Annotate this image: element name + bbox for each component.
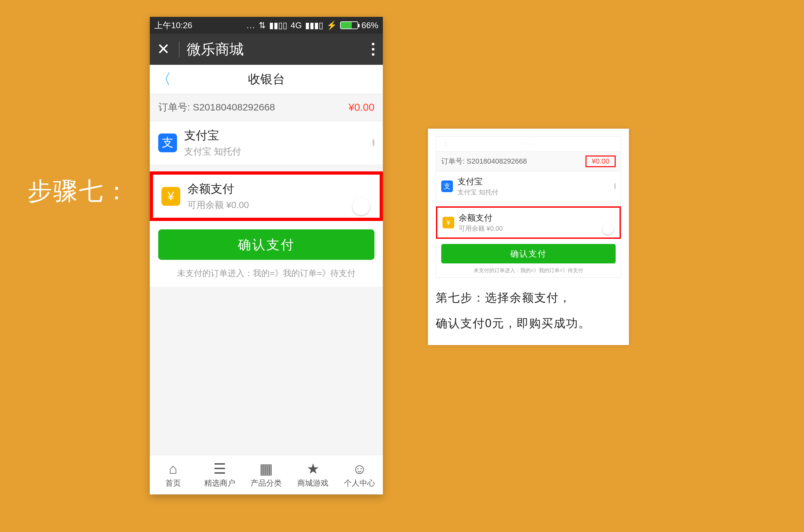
status-bar: 上午10:26 ... ⇅ ▮▮▯▯ 4G ▮▮▮▯ ⚡ 66% <box>150 17 383 34</box>
inset-alipay-radio <box>614 183 616 190</box>
phone-frame: 上午10:26 ... ⇅ ▮▮▯▯ 4G ▮▮▮▯ ⚡ 66% ✕ 微乐商城 … <box>150 17 383 494</box>
battery-pct: 66% <box>362 20 378 31</box>
tab-label: 精选商户 <box>204 478 235 488</box>
order-price: ¥0.00 <box>348 101 374 113</box>
more-icon[interactable] <box>367 43 379 56</box>
tab-home[interactable]: ⌂ 首页 <box>150 455 197 494</box>
step-label: 步骤七： <box>28 175 130 208</box>
signal-dots-icon: ... <box>247 20 256 31</box>
confirm-pay-button[interactable]: 确认支付 <box>158 229 374 260</box>
charging-icon: ⚡ <box>327 20 337 31</box>
highlight-box-balance: ¥ 余额支付 可用余额 ¥0.00 <box>150 171 383 221</box>
star-icon: ★ <box>307 462 319 476</box>
back-icon[interactable]: 〈 <box>150 69 178 90</box>
inset-alipay-title: 支付宝 <box>457 176 498 187</box>
person-icon: ☺ <box>352 462 367 476</box>
inset-alipay-sub: 支付宝 知托付 <box>457 188 498 197</box>
tab-label: 个人中心 <box>344 478 375 488</box>
home-icon: ⌂ <box>169 462 178 476</box>
body-filler <box>150 287 383 455</box>
page-header: 〈 收银台 <box>150 65 383 94</box>
inset-order-row: 订单号: S20180408292668 ¥0.00 <box>436 152 621 171</box>
payment-option-balance[interactable]: ¥ 余额支付 可用余额 ¥0.00 <box>153 175 380 218</box>
inset-balance-title: 余额支付 <box>459 212 503 224</box>
grid-icon: ▦ <box>259 462 273 476</box>
updown-icon: ⇅ <box>259 20 266 31</box>
inset-caption-line2: 确认支付0元，即购买成功。 <box>436 310 621 336</box>
balance-icon: ¥ <box>162 187 180 206</box>
tab-profile[interactable]: ☺ 个人中心 <box>336 455 383 494</box>
order-row: 订单号: S20180408292668 ¥0.00 <box>150 94 383 121</box>
status-icons: ... ⇅ ▮▮▯▯ 4G ▮▮▮▯ ⚡ 66% <box>247 20 378 31</box>
battery-icon <box>340 21 358 29</box>
app-title: 微乐商城 <box>187 40 367 59</box>
inset-balance-icon: ¥ <box>442 217 454 228</box>
inset-phone: 〈 · · · · · 订单号: S20180408292668 ¥0.00 支… <box>436 136 621 278</box>
tab-label: 首页 <box>165 478 181 488</box>
inset-header: 〈 · · · · · <box>436 137 621 152</box>
network-label: 4G <box>291 20 302 31</box>
tab-bar: ⌂ 首页 ☰ 精选商户 ▦ 产品分类 ★ 商城游戏 ☺ 个人中心 <box>150 455 383 494</box>
inset-confirm-button: 确认支付 <box>441 244 616 263</box>
inset-caption-line1: 第七步：选择余额支付， <box>436 285 621 310</box>
tab-label: 商城游戏 <box>297 478 328 488</box>
balance-subtitle: 可用余额 ¥0.00 <box>187 199 249 211</box>
status-time: 上午10:26 <box>154 20 192 31</box>
shop-icon: ☰ <box>213 462 226 476</box>
inset-balance-row: ¥ 余额支付 可用余额 ¥0.00 <box>437 208 620 238</box>
inset-card: 〈 · · · · · 订单号: S20180408292668 ¥0.00 支… <box>428 129 629 345</box>
tip-line: 未支付的订单进入：我的=》我的订单=》待支付 <box>150 260 383 287</box>
tab-merchants[interactable]: ☰ 精选商户 <box>197 455 243 494</box>
tab-category[interactable]: ▦ 产品分类 <box>243 455 290 494</box>
tab-label: 产品分类 <box>251 478 282 488</box>
signal-bars-icon: ▮▮▯▯ <box>269 20 287 31</box>
alipay-icon: 支 <box>158 133 177 152</box>
inset-balance-sub: 可用余额 ¥0.00 <box>459 224 503 233</box>
alipay-title: 支付宝 <box>184 128 241 144</box>
inset-highlight-box: ¥ 余额支付 可用余额 ¥0.00 <box>436 206 621 239</box>
app-title-bar: ✕ 微乐商城 <box>150 34 383 65</box>
inset-back-icon: 〈 <box>440 139 448 149</box>
page-title: 收银台 <box>150 71 383 88</box>
tab-games[interactable]: ★ 商城游戏 <box>290 455 336 494</box>
payment-option-alipay[interactable]: 支 支付宝 支付宝 知托付 <box>150 121 383 164</box>
alipay-subtitle: 支付宝 知托付 <box>184 146 241 158</box>
balance-title: 余额支付 <box>187 181 249 197</box>
inset-alipay-row: 支 支付宝 支付宝 知托付 <box>436 171 621 201</box>
signal-bars2-icon: ▮▮▮▯ <box>305 20 323 31</box>
inset-tip: 未支付的订单进入：我的=》我的订单=》待支付 <box>436 263 621 277</box>
inset-alipay-icon: 支 <box>441 180 453 192</box>
alipay-radio[interactable] <box>372 139 374 147</box>
inset-price-highlight: ¥0.00 <box>585 155 616 167</box>
order-label: 订单号: S20180408292668 <box>158 101 275 114</box>
close-icon[interactable]: ✕ <box>157 41 180 57</box>
row-gap <box>150 164 383 171</box>
